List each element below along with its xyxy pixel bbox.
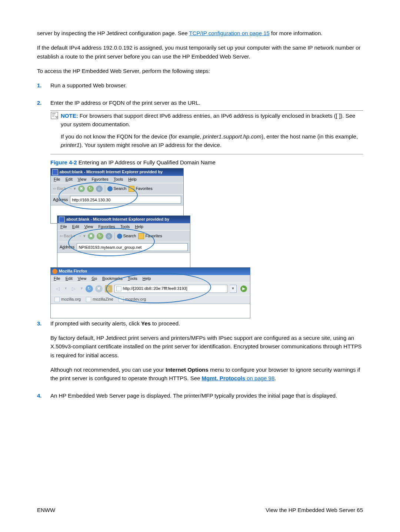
step-3-text-1: If prompted with security alerts, click … <box>50 319 363 328</box>
ie2-menu-tools[interactable]: Tools <box>120 224 130 230</box>
ff-home-button[interactable]: ⌂ <box>105 285 112 292</box>
search-icon <box>117 234 122 239</box>
ff-menu-edit[interactable]: Edit <box>66 275 73 282</box>
ff-address-dropdown[interactable]: ▼ <box>230 285 237 293</box>
ie2-addressbar: Address <box>57 242 190 252</box>
page-icon <box>54 297 60 302</box>
figure-4-2: about:blank - Microsoft Internet Explore… <box>50 168 250 316</box>
ie2-toolbar: ⇦ Back ▾ → ▾ ✖ ↻ ⌂ Search Favorites <box>57 230 190 242</box>
ie1-search-button[interactable]: Search <box>107 185 127 192</box>
figure-title: Figure 4-2 Entering an IP Address or Ful… <box>50 158 363 167</box>
ie2-back-button[interactable]: ⇦ Back ▾ <box>60 233 76 239</box>
footer-left: ENWW <box>37 506 55 514</box>
step-4: 4. An HP Embedded Web Server page is dis… <box>37 391 363 406</box>
ff-title: Mozilla Firefox <box>59 268 87 274</box>
ie1-toolbar: ⇦ Back → ▾ ✖ ↻ ⌂ Search Favorites <box>51 183 183 194</box>
ff-menu-tools[interactable]: Tools <box>128 275 137 282</box>
ie1-menu-file[interactable]: File <box>54 176 60 183</box>
favorites-icon <box>138 233 144 239</box>
ie1-forward-button[interactable]: → ▾ <box>68 185 76 192</box>
ie1-addressbar: Address <box>51 194 183 205</box>
intro-para-3: To access the HP Embedded Web Server, pe… <box>37 67 363 75</box>
ie1-home-button[interactable]: ⌂ <box>96 185 103 192</box>
ff-forward-dropdown[interactable]: ▼ <box>80 286 83 291</box>
page-icon <box>116 286 121 291</box>
ie1-menu-view[interactable]: View <box>78 176 87 183</box>
ie1-menu-favorites[interactable]: Favorites <box>91 176 108 183</box>
ie2-favorites-button[interactable]: Favorites <box>138 233 162 239</box>
step-3-body: If prompted with security alerts, click … <box>50 319 363 389</box>
ff-back-button[interactable]: ◁ <box>54 285 62 293</box>
ie1-back-button[interactable]: ⇦ Back <box>53 185 66 192</box>
ff-menu-bookmarks[interactable]: Bookmarks <box>102 275 123 282</box>
ff-reload-button[interactable]: ↻ <box>86 285 93 292</box>
note-keyword: NOTE: <box>61 113 78 119</box>
ff-bookmark-1[interactable]: mozilla.org <box>54 296 81 302</box>
ff-titlebar: Mozilla Firefox <box>51 268 250 275</box>
step-3-text-2: By factory default, HP Jetdirect print s… <box>50 334 363 359</box>
step-1-body: Run a supported Web browser. <box>50 81 363 96</box>
ie1-menu-tools[interactable]: Tools <box>114 176 123 183</box>
ff-address-wrapper: http://[2001:db8::20e:7fff:fee8:3193] <box>114 285 227 293</box>
ff-menu-view[interactable]: View <box>78 275 87 282</box>
ie2-titlebar: about:blank - Microsoft Internet Explore… <box>57 216 190 223</box>
page-icon <box>119 297 124 302</box>
ie2-menu-view[interactable]: View <box>84 224 93 230</box>
ff-address-input[interactable]: http://[2001:db8::20e:7fff:fee8:3193] <box>123 285 226 292</box>
ie2-title: about:blank - Microsoft Internet Explore… <box>66 216 169 222</box>
ie1-favorites-button[interactable]: Favorites <box>129 185 152 192</box>
ie2-address-input[interactable] <box>77 243 188 251</box>
ie2-refresh-button[interactable]: ↻ <box>97 233 103 240</box>
steps-list: 1. Run a supported Web browser. 2. Enter… <box>37 81 363 406</box>
ff-stop-button[interactable]: ✖ <box>95 285 103 292</box>
ie2-separator <box>114 232 115 240</box>
page-icon <box>86 297 91 302</box>
figure-label: Figure 4-2 <box>50 159 77 165</box>
ie1-stop-button[interactable]: ✖ <box>78 185 85 192</box>
ie2-menu-help[interactable]: Help <box>135 224 143 230</box>
ie2-forward-button[interactable]: → ▾ <box>78 233 85 239</box>
step-3: 3. If prompted with security alerts, cli… <box>37 319 363 389</box>
step-1-text: Run a supported Web browser. <box>50 81 363 90</box>
ie1-refresh-button[interactable]: ↻ <box>87 185 94 192</box>
ie-icon <box>52 169 58 175</box>
tcpip-config-link[interactable]: TCP/IP configuration on page 15 <box>189 30 270 36</box>
step-3-number: 3. <box>37 319 50 328</box>
ff-menu-go[interactable]: Go <box>91 275 97 282</box>
note-p2-em1: printer1.support.hp.com <box>203 133 261 140</box>
ie2-menu-edit[interactable]: Edit <box>72 224 79 230</box>
ff-menubar: File Edit View Go Bookmarks Tools Help <box>51 275 250 282</box>
footer-right: View the HP Embedded Web Server 65 <box>266 506 363 514</box>
ff-menu-help[interactable]: Help <box>143 275 151 282</box>
ie1-menu-help[interactable]: Help <box>128 176 137 183</box>
ie2-menu-file[interactable]: File <box>60 224 67 230</box>
ff-back-dropdown[interactable]: ▼ <box>64 286 67 291</box>
ff-bookmark-3[interactable]: mozdev.org <box>119 296 146 302</box>
ie2-menu-favorites[interactable]: Favorites <box>98 224 115 230</box>
mgmt-protocols-link[interactable]: Mgmt. Protocols on page 98 <box>202 375 275 381</box>
step-3-text-3: Although not recommended, you can use yo… <box>50 365 363 383</box>
ie1-menu-edit[interactable]: Edit <box>66 176 73 183</box>
intro-text-b: for more information. <box>270 30 323 36</box>
ff-go-button[interactable]: ▶ <box>240 285 247 292</box>
search-icon <box>107 186 113 191</box>
ff-bookmark-2[interactable]: mozillaZine <box>86 296 113 302</box>
step-1-number: 1. <box>37 81 50 90</box>
note-block: NOTE: For browsers that support direct I… <box>50 111 363 152</box>
ff-forward-button[interactable]: ▷ <box>70 285 78 293</box>
ie2-stop-button[interactable]: ✖ <box>88 233 94 240</box>
note-content: NOTE: For browsers that support direct I… <box>61 111 363 152</box>
ie2-menubar: File Edit View Favorites Tools Help <box>57 223 190 230</box>
ie2-home-button[interactable]: ⌂ <box>106 233 112 240</box>
ie1-address-input[interactable] <box>70 196 181 204</box>
ie2-search-button[interactable]: Search <box>117 233 136 239</box>
step-4-text: An HP Embedded Web Server page is displa… <box>50 391 363 400</box>
favorites-icon <box>129 186 134 192</box>
note-p2-em2: printer1 <box>61 142 80 148</box>
ie1-address-label: Address <box>53 197 68 203</box>
ff-menu-file[interactable]: File <box>54 275 60 282</box>
ie1-separator <box>105 185 105 193</box>
intro-text-a: server by inspecting the HP Jetdirect co… <box>37 30 189 36</box>
internet-options-bold: Internet Options <box>166 367 209 373</box>
step-2-text: Enter the IP address or FQDN of the prin… <box>50 98 363 107</box>
